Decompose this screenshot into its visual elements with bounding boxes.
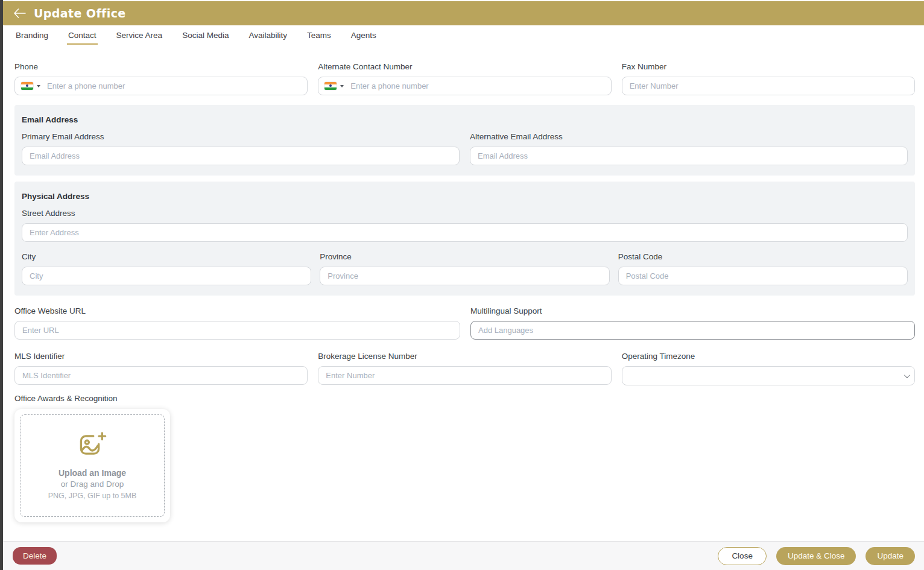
phone-input-group <box>14 77 308 95</box>
fax-label: Fax Number <box>622 62 915 71</box>
tab-social-media[interactable]: Social Media <box>181 25 230 45</box>
back-arrow-icon[interactable] <box>13 8 26 18</box>
tab-agents[interactable]: Agents <box>350 25 378 45</box>
brokerage-license-label: Brokerage License Number <box>318 352 611 361</box>
tab-teams[interactable]: Teams <box>306 25 332 45</box>
postal-code-label: Postal Code <box>618 252 908 261</box>
tab-availability[interactable]: Availability <box>247 25 288 45</box>
mls-row: MLS Identifier Brokerage License Number … <box>14 352 915 385</box>
primary-email-input[interactable] <box>22 147 460 165</box>
awards-label: Office Awards & Recognition <box>14 394 915 403</box>
multilingual-input[interactable] <box>470 321 915 340</box>
awards-upload-card: Upload an Image or Drag and Drop PNG, JP… <box>14 409 170 522</box>
postal-code-input[interactable] <box>618 267 908 285</box>
phone-row: Phone Alternate Contact Number Fax Numbe… <box>14 62 915 95</box>
footer-right-actions: Close Update & Close Update <box>718 547 915 565</box>
alternate-contact-input[interactable] <box>344 81 604 90</box>
phone-label: Phone <box>14 62 308 71</box>
operating-timezone-select[interactable] <box>622 366 915 385</box>
upload-hint: PNG, JPG, GIF up to 5MB <box>48 492 137 500</box>
alternative-email-label: Alternative Email Address <box>470 132 908 141</box>
upload-subtitle: or Drag and Drop <box>61 480 124 489</box>
street-address-input[interactable] <box>22 223 908 242</box>
alternative-email-input[interactable] <box>470 147 908 165</box>
tab-bar: Branding Contact Service Area Social Med… <box>3 25 924 46</box>
city-label: City <box>22 252 311 261</box>
upload-title: Upload an Image <box>59 468 126 478</box>
alternate-contact-input-group <box>318 77 611 95</box>
phone-input[interactable] <box>40 81 301 90</box>
primary-email-label: Primary Email Address <box>22 132 460 141</box>
alternate-country-dropdown[interactable] <box>324 82 344 90</box>
alternate-contact-label: Alternate Contact Number <box>318 62 611 71</box>
tab-branding[interactable]: Branding <box>14 25 49 45</box>
website-row: Office Website URL Multilingual Support <box>14 306 915 340</box>
address-section-title: Physical Address <box>22 192 908 201</box>
image-upload-dropzone[interactable]: Upload an Image or Drag and Drop PNG, JP… <box>20 414 165 517</box>
province-input[interactable] <box>320 267 609 285</box>
sidebar-edge-strip <box>0 0 3 570</box>
website-url-input[interactable] <box>14 321 460 340</box>
india-flag-icon <box>21 82 33 90</box>
province-label: Province <box>320 252 609 261</box>
physical-address-section: Physical Address Street Address City Pro… <box>14 182 915 296</box>
update-button[interactable]: Update <box>865 547 915 565</box>
phone-country-dropdown[interactable] <box>21 82 40 90</box>
awards-block: Office Awards & Recognition Upload an Im… <box>14 394 915 522</box>
tab-contact[interactable]: Contact <box>67 25 98 45</box>
chevron-down-icon <box>904 372 910 378</box>
update-and-close-button[interactable]: Update & Close <box>776 547 856 565</box>
fax-input[interactable] <box>622 77 915 95</box>
close-button[interactable]: Close <box>718 547 767 565</box>
add-image-icon <box>78 431 107 461</box>
page-header: Update Office <box>3 1 924 25</box>
action-footer: Delete Close Update & Close Update <box>3 541 924 570</box>
brokerage-license-input[interactable] <box>318 366 611 385</box>
delete-button[interactable]: Delete <box>13 547 57 565</box>
india-flag-icon <box>324 82 337 90</box>
email-section-title: Email Address <box>22 115 908 124</box>
tab-service-area[interactable]: Service Area <box>115 25 164 45</box>
email-address-section: Email Address Primary Email Address Alte… <box>14 105 915 176</box>
city-input[interactable] <box>22 267 311 285</box>
mls-identifier-label: MLS Identifier <box>14 352 308 361</box>
page-title: Update Office <box>34 7 126 20</box>
mls-identifier-input[interactable] <box>14 366 308 385</box>
website-url-label: Office Website URL <box>14 306 460 315</box>
multilingual-label: Multilingual Support <box>470 306 915 315</box>
operating-timezone-label: Operating Timezone <box>622 352 915 361</box>
contact-form: Phone Alternate Contact Number Fax Numbe… <box>3 46 924 522</box>
street-address-label: Street Address <box>22 209 908 218</box>
